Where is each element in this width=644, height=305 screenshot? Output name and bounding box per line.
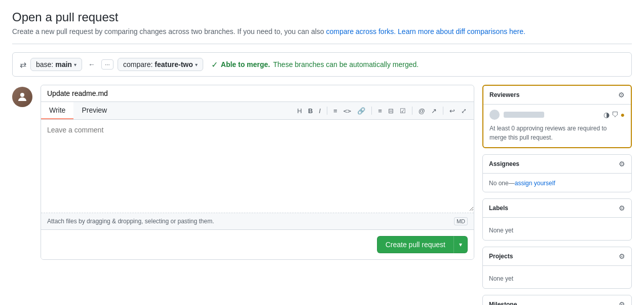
assignees-section: Assignees ⚙ No one—assign yourself — [482, 154, 632, 192]
reviewers-section: Reviewers ⚙ ◑ ⛉ ● At least 0 approving r… — [482, 85, 632, 148]
reviewer-avatar — [489, 110, 500, 120]
projects-section: Projects ⚙ None yet — [482, 247, 632, 289]
branch-ellipsis-button[interactable]: ··· — [101, 59, 113, 70]
labels-none-yet: None yet — [489, 223, 625, 235]
labels-gear-icon[interactable]: ⚙ — [619, 204, 625, 212]
branch-bar: ⇄ base: main ▾ ← ··· compare: feature-tw… — [12, 52, 632, 77]
base-branch-name: main — [55, 60, 72, 69]
compare-label: compare: — [123, 60, 153, 69]
merge-status: ✓ Able to merge. These branches can be a… — [211, 60, 419, 70]
review-icon-moon: ◑ — [603, 111, 610, 119]
italic-icon[interactable]: I — [318, 106, 322, 116]
markdown-icon: MD — [454, 217, 468, 225]
submit-button-group: Create pull request ▾ — [377, 236, 468, 253]
reference-icon[interactable]: ↗ — [430, 106, 438, 116]
merge-status-label: Able to merge. — [221, 60, 270, 69]
comment-textarea[interactable] — [41, 120, 474, 211]
editor-toolbar: Write Preview H B I ≡ <> 🔗 ≡ ⊟ ☑ @ ↗ ↩ — [41, 102, 474, 120]
assignees-title: Assignees — [489, 160, 519, 167]
base-branch-arrow: ▾ — [74, 62, 77, 67]
toolbar-divider-2 — [371, 107, 372, 115]
reviewers-header: Reviewers ⚙ — [483, 86, 631, 105]
sidebar: Reviewers ⚙ ◑ ⛉ ● At least 0 approving r… — [482, 85, 632, 305]
compare-forks-link[interactable]: compare across forks. — [326, 27, 396, 36]
unordered-list-icon[interactable]: ≡ — [377, 106, 383, 116]
toolbar-icons: H B I ≡ <> 🔗 ≡ ⊟ ☑ @ ↗ ↩ ⤢ — [290, 106, 474, 116]
assign-yourself-link[interactable]: assign yourself — [515, 180, 555, 187]
labels-section: Labels ⚙ None yet — [482, 198, 632, 241]
create-pr-button[interactable]: Create pull request — [377, 236, 453, 253]
milestone-header: Milestone ⚙ — [483, 295, 631, 305]
reviewer-info — [489, 110, 544, 120]
assignees-dash: — — [509, 176, 515, 188]
ordered-list-icon[interactable]: ⊟ — [387, 106, 395, 116]
branch-swap-button[interactable]: ← — [86, 59, 97, 70]
review-icon-shield: ⛉ — [612, 111, 619, 119]
merge-check-icon: ✓ — [211, 60, 218, 70]
milestone-title: Milestone — [489, 301, 517, 305]
form-footer: Create pull request ▾ — [41, 229, 474, 259]
compare-branch-name: feature-two — [155, 60, 193, 69]
toolbar-divider-4 — [443, 107, 443, 115]
assignees-body: No one—assign yourself — [483, 174, 631, 192]
code-icon[interactable]: <> — [343, 106, 353, 116]
tab-preview[interactable]: Preview — [73, 102, 115, 119]
labels-header: Labels ⚙ — [483, 199, 631, 218]
learn-more-link[interactable]: Learn more about diff comparisons here. — [398, 27, 525, 36]
projects-header: Projects ⚙ — [483, 247, 631, 266]
reviewer-row: ◑ ⛉ ● — [489, 110, 625, 120]
toolbar-divider-3 — [412, 107, 412, 115]
create-pr-dropdown-button[interactable]: ▾ — [453, 236, 468, 253]
header-divider — [12, 44, 632, 44]
merge-description: These branches can be automatically merg… — [273, 60, 419, 69]
page-title: Open a pull request — [12, 10, 632, 24]
pr-title-input[interactable] — [41, 85, 474, 102]
page-subtitle: Create a new pull request by comparing c… — [12, 27, 632, 36]
editor-tabs: Write Preview — [41, 102, 115, 119]
avatar — [12, 87, 32, 107]
mention-icon[interactable]: @ — [418, 106, 426, 116]
milestone-section: Milestone ⚙ No milestone — [482, 295, 632, 305]
undo-icon[interactable]: ↩ — [448, 106, 456, 116]
review-icon-dot: ● — [621, 111, 625, 119]
reviewers-body: ◑ ⛉ ● At least 0 approving reviews are r… — [483, 105, 631, 147]
assignees-no-one: No one — [489, 176, 509, 188]
milestone-gear-icon[interactable]: ⚙ — [619, 300, 625, 305]
main-layout: Write Preview H B I ≡ <> 🔗 ≡ ⊟ ☑ @ ↗ ↩ — [12, 85, 632, 305]
pr-form: Write Preview H B I ≡ <> 🔗 ≡ ⊟ ☑ @ ↗ ↩ — [41, 85, 474, 260]
projects-gear-icon[interactable]: ⚙ — [619, 252, 625, 260]
link-icon[interactable]: 🔗 — [356, 106, 366, 116]
toolbar-divider-1 — [327, 107, 327, 115]
attach-bar: Attach files by dragging & dropping, sel… — [41, 213, 474, 229]
heading-icon[interactable]: H — [296, 106, 303, 116]
assignees-header: Assignees ⚙ — [483, 155, 631, 174]
attach-text: Attach files by dragging & dropping, sel… — [47, 218, 214, 225]
projects-title: Projects — [489, 253, 513, 260]
base-label: base: — [36, 60, 53, 69]
assignees-gear-icon[interactable]: ⚙ — [619, 160, 625, 168]
compare-icon: ⇄ — [20, 60, 26, 70]
reviewer-icons: ◑ ⛉ ● — [603, 111, 625, 119]
projects-body: None yet — [483, 266, 631, 288]
compare-branch-select[interactable]: compare: feature-two ▾ — [118, 58, 203, 71]
quote-icon[interactable]: ≡ — [332, 106, 338, 116]
reviewer-name-placeholder — [504, 112, 544, 118]
labels-title: Labels — [489, 205, 508, 212]
reviewers-gear-icon[interactable]: ⚙ — [618, 91, 625, 99]
review-message: At least 0 approving reviews are require… — [489, 124, 625, 142]
task-list-icon[interactable]: ☑ — [399, 106, 407, 116]
fullscreen-icon[interactable]: ⤢ — [460, 106, 468, 116]
bold-icon[interactable]: B — [307, 106, 314, 116]
labels-body: None yet — [483, 218, 631, 240]
projects-none-yet: None yet — [489, 271, 625, 283]
tab-write[interactable]: Write — [41, 102, 73, 119]
compare-branch-arrow: ▾ — [195, 62, 198, 67]
base-branch-select[interactable]: base: main ▾ — [30, 58, 82, 71]
reviewers-title: Reviewers — [489, 91, 519, 98]
svg-point-0 — [20, 93, 24, 97]
